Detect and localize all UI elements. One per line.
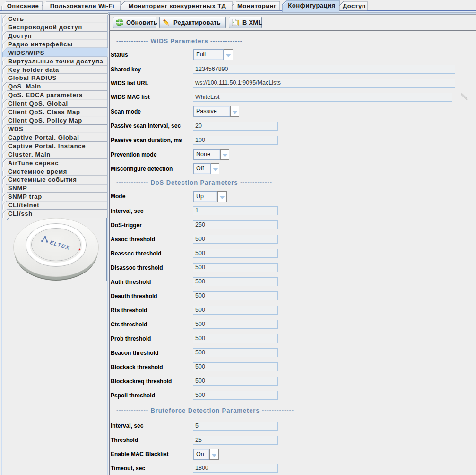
svg-text:Беспроводной доступ: Беспроводной доступ [8, 24, 82, 31]
svg-text:Client QoS. Class Map: Client QoS. Class Map [8, 108, 80, 115]
svg-text:SNMP trap: SNMP trap [8, 193, 42, 200]
svg-text:Системное время: Системное время [8, 168, 67, 175]
svg-text:Радио интерфейсы: Радио интерфейсы [8, 41, 73, 48]
svg-text:SNMP: SNMP [8, 185, 27, 192]
svg-text:Сеть: Сеть [8, 15, 24, 22]
svg-text:Cluster. Main: Cluster. Main [8, 151, 51, 158]
svg-text:Мониторинг: Мониторинг [237, 2, 277, 9]
svg-text:QoS. Main: QoS. Main [8, 83, 41, 90]
svg-text:Системные события: Системные события [8, 176, 77, 183]
svg-text:Client QoS. Global: Client QoS. Global [8, 100, 68, 107]
svg-text:Мониторинг конкурентных ТД: Мониторинг конкурентных ТД [129, 2, 226, 9]
svg-text:Доступ: Доступ [343, 2, 366, 9]
svg-text:WDS: WDS [8, 125, 23, 132]
svg-text:Client QoS. Policy Map: Client QoS. Policy Map [8, 117, 82, 124]
svg-text:Captive Portal. Instance: Captive Portal. Instance [8, 142, 86, 150]
svg-text:CLI/telnet: CLI/telnet [8, 202, 39, 209]
svg-text:Конфигурация: Конфигурация [288, 2, 335, 9]
svg-text:Global RADIUS: Global RADIUS [8, 74, 57, 81]
svg-text:Пользователи Wi-Fi: Пользователи Wi-Fi [50, 2, 114, 9]
svg-text:Captive Portal. Global: Captive Portal. Global [8, 134, 79, 141]
svg-text:CLI/ssh: CLI/ssh [8, 210, 33, 217]
svg-text:Виртуальные точки доступа: Виртуальные точки доступа [8, 58, 103, 65]
svg-text:QoS. EDCA parameters: QoS. EDCA parameters [8, 91, 83, 98]
svg-text:AirTune сервис: AirTune сервис [8, 159, 59, 167]
svg-text:WIDS/WIPS: WIDS/WIPS [8, 49, 44, 56]
svg-text:Доступ: Доступ [8, 32, 32, 39]
svg-text:Описание: Описание [7, 2, 39, 9]
svg-text:Key holder data: Key holder data [8, 66, 59, 73]
